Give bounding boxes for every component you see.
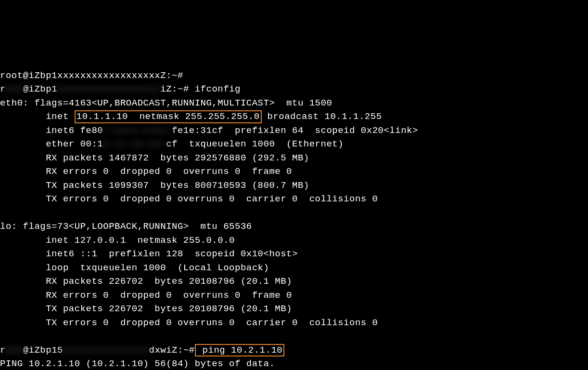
lo-tx-errors: TX errors 0 dropped 0 overruns 0 carrier…: [0, 317, 378, 328]
prompt-2: root@iZbp15xxxxxxxxxxxxxxxdxwiZ:~# ping …: [0, 345, 284, 356]
lo-tx-packets: TX packets 226702 bytes 20108796 (20.1 M…: [0, 304, 292, 314]
eth0-tx-errors: TX errors 0 dropped 0 overruns 0 carrier…: [0, 194, 378, 204]
highlight-ping-cmd: ping 10.2.1.10: [195, 344, 285, 357]
prompt-1: root@iZbp1xxxxxxxxxxxxxxxxxxiZ:~# ifconf…: [0, 84, 241, 94]
lo-inet6: inet6 ::1 prefixlen 128 scopeid 0x10<hos…: [0, 249, 298, 259]
highlight-inet: 10.1.1.10 netmask 255.255.255.0: [75, 110, 262, 123]
lo-flags: lo: flags=73<UP,LOOPBACK,RUNNING> mtu 65…: [0, 221, 252, 232]
terminal-output: root@iZbp1xxxxxxxxxxxxxxxxxxZ:~# root@iZ…: [0, 55, 588, 370]
redacted-inet6: ::xxxx:xxxx:: [103, 125, 172, 136]
redacted-user: oot: [6, 84, 23, 94]
redacted-user-2: oot: [6, 345, 23, 356]
redacted-host-2: xxxxxxxxxxxxxxx: [63, 345, 149, 356]
eth0-inet6-line: inet6 fe80::xxxx:xxxx:fe1e:31cf prefixle…: [0, 125, 418, 136]
redacted-host: xxxxxxxxxxxxxxxxxx: [57, 84, 160, 94]
eth0-inet-line: inet 10.1.1.10 netmask 255.255.255.0 bro…: [0, 111, 382, 122]
top-fragment-line: root@iZbp1xxxxxxxxxxxxxxxxxxZ:~#: [0, 70, 183, 81]
eth0-tx-packets: TX packets 1099307 bytes 800710593 (800.…: [0, 180, 309, 191]
eth0-flags: eth0: flags=4163<UP,BROADCAST,RUNNING,MU…: [0, 98, 332, 108]
eth0-rx-errors: RX errors 0 dropped 0 overruns 0 frame 0: [0, 166, 292, 177]
eth0-ether-line: ether 00:1x:xx:xx:xx:cf txqueuelen 1000 …: [0, 139, 344, 149]
lo-rx-errors: RX errors 0 dropped 0 overruns 0 frame 0: [0, 290, 292, 301]
ping-header: PING 10.2.1.10 (10.2.1.10) 56(84) bytes …: [0, 358, 275, 369]
lo-inet: inet 127.0.0.1 netmask 255.0.0.0: [0, 235, 235, 246]
lo-loop: loop txqueuelen 1000 (Local Loopback): [0, 263, 269, 273]
lo-rx-packets: RX packets 226702 bytes 20108796 (20.1 M…: [0, 276, 292, 287]
redacted-mac: x:xx:xx:xx:: [103, 139, 166, 149]
eth0-rx-packets: RX packets 1467872 bytes 292576880 (292.…: [0, 153, 309, 163]
